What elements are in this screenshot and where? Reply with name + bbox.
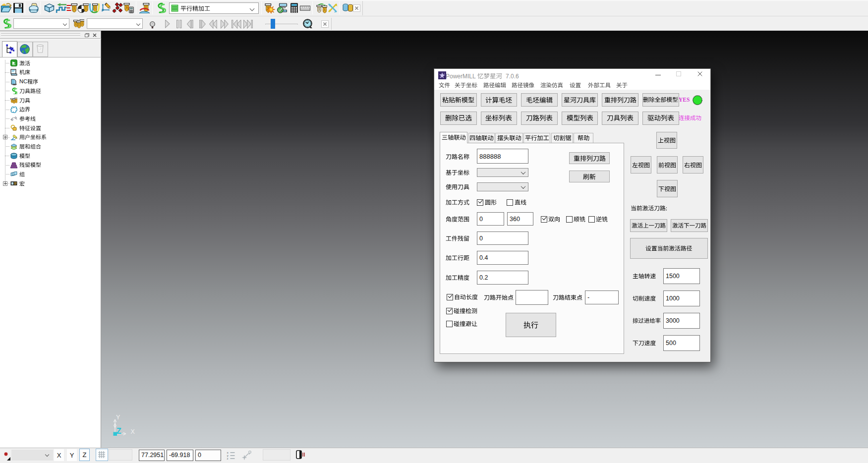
svg-text:Y: Y [116, 414, 120, 421]
svg-text:Z: Z [116, 427, 121, 435]
svg-text:z: z [227, 457, 229, 460]
svg-text:X: X [131, 428, 135, 435]
